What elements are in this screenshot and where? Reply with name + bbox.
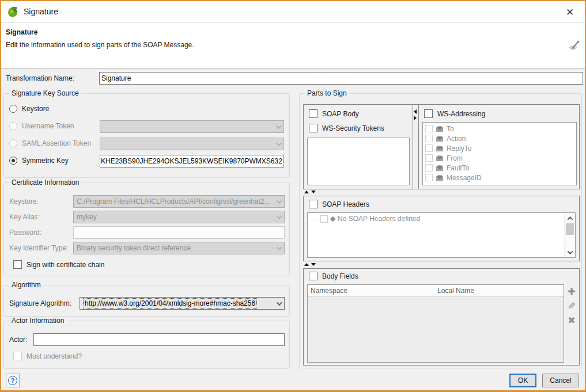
keystore-radio[interactable] xyxy=(9,105,17,113)
bullet-icon xyxy=(330,216,336,222)
key-alias-label: Key Alias: xyxy=(9,213,40,221)
scroll-up-icon[interactable] xyxy=(565,214,574,223)
body-fields-checkbox[interactable] xyxy=(309,272,317,280)
soap-body-checkbox[interactable] xyxy=(309,109,317,118)
cancel-button[interactable]: Cancel xyxy=(542,374,579,387)
split-collapse-buttons[interactable] xyxy=(414,109,417,120)
header-checkbox[interactable] xyxy=(320,215,328,223)
cert-keystore-label: Keystore: xyxy=(9,197,39,205)
soap-headers-checkbox[interactable] xyxy=(309,200,317,208)
collapse-left-icon xyxy=(414,109,417,114)
signature-algorithm-combo[interactable]: http://www.w3.org/2001/04/xmldsig-more#h… xyxy=(80,297,285,310)
edit-pencil-icon[interactable]: ✎ xyxy=(566,300,577,311)
key-alias-combo[interactable]: mykey xyxy=(73,211,285,223)
chevron-down-icon xyxy=(277,300,282,306)
envelope-icon xyxy=(436,135,444,142)
collapse-down-icon xyxy=(311,191,316,193)
keystore-radio-label: Keystore xyxy=(22,105,49,113)
body-fields-label: Body Fields xyxy=(322,272,358,280)
ws-addressing-label: WS-Addressing xyxy=(437,110,485,118)
item-label: ReplyTo xyxy=(447,144,471,153)
column-namespace[interactable]: Namespace xyxy=(308,285,434,296)
saml-assertion-combo[interactable] xyxy=(100,138,284,150)
edit-signature-icon[interactable] xyxy=(568,39,580,51)
ws-addressing-list: To Action ReplyTo xyxy=(422,122,577,185)
window-title: Signature xyxy=(24,7,58,16)
body-fields-table: Namespace Local Name xyxy=(307,284,564,363)
soap-headers-label: SOAP Headers xyxy=(322,200,369,208)
symmetric-key-radio[interactable] xyxy=(9,157,17,165)
ws-addressing-item-replyto[interactable]: ReplyTo xyxy=(423,143,576,153)
no-soap-headers-text: No SOAP Headers defined xyxy=(338,215,420,223)
body-fields-table-header: Namespace Local Name xyxy=(308,285,564,297)
soap-body-label: SOAP Body xyxy=(322,110,359,118)
cert-keystore-combo[interactable]: C:/Program Files/HCL/HCLProducts/API/con… xyxy=(73,195,285,208)
dialog-footer: ? OK Cancel xyxy=(1,371,585,390)
soap-headers-tree: No SOAP Headers defined xyxy=(307,212,576,258)
ws-security-tokens-checkbox[interactable] xyxy=(309,124,317,132)
ws-addressing-checkbox[interactable] xyxy=(424,109,433,118)
item-checkbox[interactable] xyxy=(425,164,433,172)
scrollbar-thumb[interactable] xyxy=(566,223,574,235)
item-label: MessageID xyxy=(447,174,482,182)
ws-addressing-item-faultto[interactable]: FaultTo xyxy=(423,163,576,173)
parts-to-sign-group: Parts to Sign SOAP Body WS-Security Toke… xyxy=(299,93,582,368)
username-token-radio[interactable] xyxy=(9,122,17,130)
delete-icon[interactable]: ✖ xyxy=(566,315,577,325)
envelope-icon xyxy=(436,145,444,152)
transformation-name-label: Transformation Name: xyxy=(6,74,74,82)
actor-information-group: Actor Information Actor: Must understand… xyxy=(3,321,290,369)
add-icon[interactable]: ✚ xyxy=(566,286,577,296)
help-icon: ? xyxy=(8,376,17,385)
close-icon[interactable]: ✕ xyxy=(562,5,578,20)
key-identifier-type-combo[interactable]: Binary security token direct reference xyxy=(73,242,285,254)
algorithm-legend: Algorithm xyxy=(9,281,43,289)
saml-assertion-radio-label: SAML Assertion Token xyxy=(22,139,91,147)
actor-input[interactable] xyxy=(33,333,285,346)
password-input[interactable] xyxy=(73,226,285,239)
body-fields-pane: Body Fields Namespace Local Name ✚ ✎ ✖ xyxy=(303,268,580,366)
split-collapse-buttons[interactable] xyxy=(304,263,316,266)
chevron-down-icon xyxy=(276,123,282,129)
ws-security-tokens-list[interactable] xyxy=(307,138,410,185)
soap-headers-scrollbar[interactable] xyxy=(565,214,574,257)
ws-addressing-item-from[interactable]: From xyxy=(423,153,576,163)
cert-keystore-value: C:/Program Files/HCL/HCLProducts/API/con… xyxy=(77,197,270,205)
item-label: From xyxy=(447,154,463,162)
scroll-down-icon[interactable] xyxy=(565,248,574,257)
column-local-name[interactable]: Local Name xyxy=(434,285,477,296)
username-token-combo[interactable] xyxy=(100,120,284,133)
password-label: Password: xyxy=(9,229,41,237)
username-token-radio-label: Username Token xyxy=(22,122,74,130)
certificate-information-legend: Certificate Information xyxy=(9,178,81,187)
ws-addressing-item-messageid[interactable]: MessageID xyxy=(423,173,576,182)
item-checkbox[interactable] xyxy=(425,154,433,162)
split-collapse-buttons[interactable] xyxy=(304,191,316,193)
item-checkbox[interactable] xyxy=(425,125,433,132)
item-checkbox[interactable] xyxy=(425,174,433,181)
tree-line xyxy=(310,219,317,219)
collapse-down-icon xyxy=(311,263,316,266)
symmetric-key-input[interactable] xyxy=(100,155,284,168)
sign-certificate-chain-label: Sign with certificate chain xyxy=(27,261,104,269)
dialog-content: Transformation Name: Signature Key Sourc… xyxy=(1,68,585,372)
ws-addressing-item-action[interactable]: Action xyxy=(423,134,576,143)
transformation-name-input[interactable] xyxy=(99,72,583,85)
saml-assertion-radio[interactable] xyxy=(9,139,17,147)
signature-dialog: Signature ✕ Signature Edit the informati… xyxy=(0,0,586,392)
dialog-header: Signature Edit the information used to s… xyxy=(1,23,585,68)
signature-algorithm-value: http://www.w3.org/2001/04/xmldsig-more#h… xyxy=(83,298,257,309)
ws-security-tokens-label: WS-Security Tokens xyxy=(322,124,384,132)
item-checkbox[interactable] xyxy=(425,135,433,142)
no-soap-headers-row[interactable]: No SOAP Headers defined xyxy=(308,213,575,224)
must-understand-checkbox[interactable] xyxy=(13,352,22,360)
ws-addressing-item-to[interactable]: To xyxy=(423,124,576,134)
item-checkbox[interactable] xyxy=(425,144,433,152)
sign-certificate-chain-checkbox[interactable] xyxy=(13,260,22,269)
key-identifier-type-label: Key Identifier Type: xyxy=(9,244,69,252)
header-title: Signature xyxy=(6,28,37,36)
help-button[interactable]: ? xyxy=(6,374,20,387)
must-understand-label: Must understand? xyxy=(27,352,82,360)
item-label: Action xyxy=(447,135,466,143)
ok-button[interactable]: OK xyxy=(509,374,536,387)
